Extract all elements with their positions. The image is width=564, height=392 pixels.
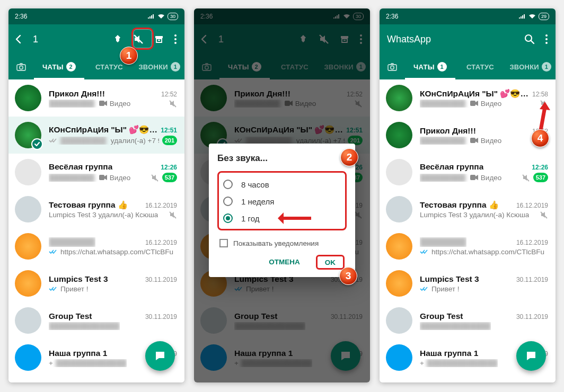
chat-row[interactable]: Весёлая группа12:26█████████:Видео537: [380, 154, 556, 191]
chat-name: Прикол Дня!!!: [49, 89, 105, 99]
chat-row[interactable]: Lumpics Test 330.11.2019Привет !: [380, 265, 556, 302]
chat-time: 16.12.2019: [145, 202, 177, 209]
annotation-frame: OK: [316, 255, 345, 270]
ticks-icon: [420, 286, 429, 292]
chat-preview: █████████:Видео: [49, 174, 130, 182]
avatar[interactable]: [15, 85, 41, 111]
more-icon[interactable]: [174, 34, 177, 44]
chat-preview: █████████:Видео: [420, 100, 501, 108]
mute-option-1year[interactable]: 1 год: [220, 210, 344, 227]
chat-row[interactable]: ████████16.12.2019https://chat.whatsapp.…: [8, 228, 184, 265]
chat-name: ████████: [49, 237, 95, 247]
avatar[interactable]: [386, 196, 412, 222]
video-icon: [470, 100, 478, 106]
chat-row[interactable]: Прикол Дня!!!12:52█████████:Видео: [8, 79, 184, 117]
chat-time: 16.12.2019: [145, 239, 177, 246]
chat-preview: Привет !: [420, 285, 460, 293]
avatar[interactable]: [386, 85, 412, 111]
avatar[interactable]: [386, 122, 412, 148]
chat-time: 30.11.2019: [145, 276, 177, 283]
selection-count: 1: [33, 34, 104, 45]
more-icon[interactable]: [545, 34, 548, 44]
chat-row[interactable]: Тестовая группа 👍16.12.2019Lumpics Test …: [380, 191, 556, 228]
chat-name: Тестовая группа 👍: [420, 200, 499, 210]
new-chat-fab[interactable]: [145, 341, 175, 371]
chat-name: Lumpics Test 3: [49, 274, 108, 284]
ticks-icon: [49, 286, 58, 292]
unread-badge: 537: [162, 173, 177, 182]
avatar[interactable]: [15, 270, 41, 297]
battery-level: 30: [168, 13, 178, 20]
mute-dialog: Без звука... 8 часов 1 неделя 1 год Пока…: [209, 144, 355, 277]
chat-name: КОнСпИрАцИя "Ы" 💕😎😂🤗: [420, 89, 529, 99]
battery-level: 29: [539, 13, 549, 20]
chat-name: Group Test: [49, 311, 92, 321]
chat-row[interactable]: Group Test30.11.2019██████████████: [8, 302, 184, 339]
back-icon[interactable]: [13, 33, 24, 45]
muted-icon: [169, 211, 177, 219]
tab-chats[interactable]: ЧАТЫ2: [34, 54, 84, 79]
chat-name: Наша группа 1: [49, 349, 107, 358]
svg-point-2: [174, 34, 177, 37]
video-icon: [470, 174, 478, 181]
chat-row[interactable]: Lumpics Test 330.11.2019Привет !: [8, 265, 184, 302]
svg-point-27: [545, 38, 548, 40]
archive-icon[interactable]: [154, 34, 164, 44]
chat-row[interactable]: Group Test30.11.2019██████████████: [380, 302, 556, 339]
chat-row[interactable]: Тестовая группа 👍16.12.2019Lumpics Test …: [8, 191, 184, 228]
avatar[interactable]: [386, 307, 412, 334]
video-icon: [99, 174, 107, 181]
main-toolbar: WhatsApp: [380, 24, 556, 54]
avatar[interactable]: [386, 159, 412, 185]
chat-preview: Lumpics Test 3 удалил(-а) Ксюша: [49, 211, 158, 219]
callout-3: 3: [339, 267, 357, 285]
avatar[interactable]: [386, 233, 412, 260]
pin-icon[interactable]: [112, 34, 123, 44]
muted-icon: [540, 211, 548, 219]
mute-option-1week[interactable]: 1 неделя: [220, 193, 344, 210]
camera-tab[interactable]: [8, 62, 34, 72]
avatar[interactable]: [386, 270, 412, 297]
search-icon[interactable]: [524, 33, 535, 45]
svg-rect-1: [155, 36, 163, 38]
muted-icon: [169, 100, 177, 108]
avatar[interactable]: [15, 344, 41, 371]
chat-row[interactable]: Весёлая группа12:26█████████:Видео537: [8, 154, 184, 191]
new-chat-fab[interactable]: [516, 341, 546, 371]
ok-button[interactable]: OK: [321, 255, 340, 270]
radio-icon: [223, 213, 233, 223]
chat-row[interactable]: ████████16.12.2019https://chat.whatsapp.…: [380, 228, 556, 265]
chat-preview: ██████████████: [420, 322, 491, 330]
mute-option-8h[interactable]: 8 часов: [220, 176, 344, 193]
signal-icon: [518, 14, 526, 19]
chat-time: 30.11.2019: [516, 313, 548, 320]
chat-time: 16.12.2019: [516, 202, 548, 209]
avatar[interactable]: [15, 196, 41, 222]
unread-badge: 201: [162, 136, 177, 145]
avatar[interactable]: [15, 233, 41, 260]
tab-calls[interactable]: ЗВОНКИ1: [505, 54, 556, 79]
chat-name: Весёлая группа: [49, 162, 112, 172]
unread-badge: 537: [533, 173, 548, 182]
chat-preview: https://chat.whatsapp.com/CTlcBFu...: [49, 248, 174, 256]
app-title: WhatsApp: [384, 34, 515, 45]
chat-list[interactable]: Прикол Дня!!!12:52█████████:ВидеоКОнСпИр…: [8, 79, 184, 382]
cancel-button[interactable]: ОТМЕНА: [265, 255, 304, 270]
chat-time: 30.11.2019: [145, 313, 177, 320]
svg-point-28: [545, 42, 548, 44]
tab-status[interactable]: СТАТУС: [455, 54, 506, 79]
chat-preview: Lumpics Test 3 удалил(-а) Ксюша: [420, 211, 529, 219]
chat-name: ████████: [420, 237, 466, 247]
tab-calls[interactable]: ЗВОНКИ1: [134, 54, 184, 79]
avatar[interactable]: [386, 344, 412, 371]
status-bar: 2:36 29: [380, 8, 556, 24]
camera-tab[interactable]: [380, 62, 405, 72]
chat-row[interactable]: КОнСпИрАцИя "Ы" 💕😎😂🤗12:51█████████:удали…: [8, 117, 184, 154]
chat-preview: Привет !: [49, 285, 89, 293]
avatar[interactable]: [15, 159, 41, 185]
show-notifications-checkbox[interactable]: Показывать уведомления: [217, 236, 347, 253]
chat-time: 30.11.2019: [516, 276, 548, 283]
chat-preview: https://chat.whatsapp.com/CTlcBFu...: [420, 248, 545, 256]
tab-chats[interactable]: ЧАТЫ1: [405, 54, 455, 79]
avatar[interactable]: [15, 307, 41, 334]
